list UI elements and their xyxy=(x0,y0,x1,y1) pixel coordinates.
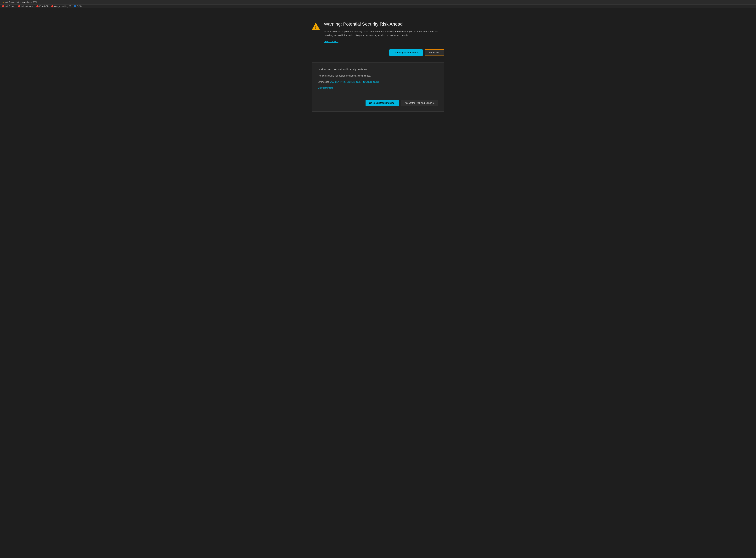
advanced-line2: The certificate is not trusted because i… xyxy=(318,74,438,77)
kali-nethunter-label: Kali NetHunter xyxy=(21,5,34,7)
url-port: :5000 xyxy=(32,1,38,3)
warning-title: Warning: Potential Security Risk Ahead xyxy=(324,21,444,27)
advanced-button[interactable]: Advanced... xyxy=(425,49,444,56)
svg-text:!: ! xyxy=(315,25,316,30)
bookmark-exploit-db[interactable]: 🔴 Exploit-DB xyxy=(36,5,49,7)
warning-description: Firefox detected a potential security th… xyxy=(324,30,444,37)
advanced-buttons-row: Go Back (Recommended) Accept the Risk an… xyxy=(318,96,438,106)
advanced-panel: localhost:5000 uses an invalid security … xyxy=(312,62,444,111)
google-hacking-db-icon: 🔴 xyxy=(51,5,54,7)
bookmark-kali-nethunter[interactable]: 🔴 Kali NetHunter xyxy=(18,5,34,7)
learn-more-link[interactable]: Learn more... xyxy=(324,40,338,43)
offsec-icon: 🔵 xyxy=(74,5,76,7)
url-https: https:// xyxy=(17,1,23,3)
description-hostname: localhost xyxy=(395,30,406,33)
bookmark-offsec[interactable]: 🔵 OffSec xyxy=(74,5,83,7)
google-hacking-db-label: Google Hacking DB xyxy=(54,5,71,7)
url-host: localhost xyxy=(23,1,32,3)
warning-icon-container: ! xyxy=(312,22,320,31)
description-part1: Firefox detected a potential security th… xyxy=(324,30,395,33)
view-certificate-link[interactable]: View Certificate xyxy=(318,86,333,89)
kali-forums-icon: 🔴 xyxy=(2,5,4,7)
accept-risk-button[interactable]: Accept the Risk and Continue xyxy=(401,100,438,106)
exploit-db-icon: 🔴 xyxy=(36,5,39,7)
bookmark-google-hacking-db[interactable]: 🔴 Google Hacking DB xyxy=(51,5,71,7)
warning-section: ! Warning: Potential Security Risk Ahead… xyxy=(312,21,444,43)
not-secure-label: Not Secure xyxy=(5,1,15,3)
error-code-link[interactable]: MOZILLA_PKIX_ERROR_SELF_SIGNED_CERT xyxy=(330,81,379,83)
warning-triangle-icon: ! xyxy=(312,22,320,30)
page-content: ! Warning: Potential Security Risk Ahead… xyxy=(305,8,451,118)
not-secure-badge: ⚠ Not Secure xyxy=(2,1,15,3)
warning-content: Warning: Potential Security Risk Ahead F… xyxy=(324,21,444,43)
url-display: https://localhost:5000 xyxy=(17,1,38,3)
go-back-recommended-button[interactable]: Go Back (Recommended) xyxy=(389,49,423,56)
offsec-label: OffSec xyxy=(77,5,83,7)
kali-nethunter-icon: 🔴 xyxy=(18,5,20,7)
bookmarks-bar: 🔴 Kali Forums 🔴 Kali NetHunter 🔴 Exploit… xyxy=(0,4,756,8)
advanced-line1: localhost:5000 uses an invalid security … xyxy=(318,68,438,71)
go-back-recommended-button-2[interactable]: Go Back (Recommended) xyxy=(366,100,399,106)
browser-chrome: ⚠ Not Secure https://localhost:5000 🔴 Ka… xyxy=(0,0,756,8)
error-code-label: Error code: xyxy=(318,81,329,83)
warning-lock-icon: ⚠ xyxy=(2,1,4,3)
exploit-db-label: Exploit-DB xyxy=(39,5,49,7)
kali-forums-label: Kali Forums xyxy=(5,5,16,7)
address-bar: ⚠ Not Secure https://localhost:5000 xyxy=(0,0,756,4)
error-code-line: Error code: MOZILLA_PKIX_ERROR_SELF_SIGN… xyxy=(318,80,438,84)
primary-buttons-row: Go Back (Recommended) Advanced... xyxy=(324,49,444,56)
bookmark-kali-forums[interactable]: 🔴 Kali Forums xyxy=(2,5,16,7)
